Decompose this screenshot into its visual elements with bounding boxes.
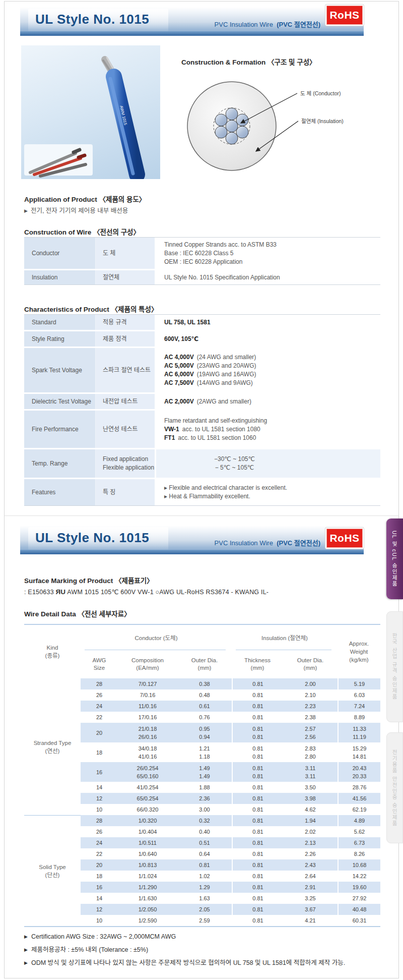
insulation-group-header: Insulation (절연체) (232, 625, 338, 650)
value-regular: ▸ Heat & Flammability excellent. (164, 493, 250, 500)
page2-header: UL Style No. 1015 PVC Insulation Wire (P… (20, 526, 364, 554)
row-value-line: 600V, 105℃ (164, 335, 380, 343)
data-cell: 1/0.320 (118, 815, 177, 826)
value-regular: UL Style No. 1015 Specification Applicat… (164, 274, 280, 281)
row-label-kr-line: 도 체 (103, 249, 155, 258)
footer-note-text: ODM 방식 및 상기표에 나타나 있지 않는 사항은 주문제작 방식으로 협의… (31, 958, 345, 968)
data-value: 2.00 (305, 680, 315, 688)
row-value-line: AC 2,000V(2AWG and smaller) (164, 397, 380, 406)
data-cell: 3.00 (177, 804, 232, 815)
data-cell: 8.89 (338, 712, 380, 723)
data-value: 3.00 (199, 805, 210, 814)
kind-name-en: Solid Type (39, 863, 66, 871)
data-cell: 0.40 (177, 826, 232, 837)
awg-value: 14 (96, 783, 102, 791)
data-value: 41/0.16 (139, 753, 157, 761)
awg-cell: 28 (81, 815, 118, 826)
data-cell: 41/0.254 (118, 782, 177, 793)
data-value: 0.81 (199, 861, 210, 869)
data-value: 2.57 (305, 725, 315, 733)
data-cell: 3.50 (283, 782, 338, 793)
kind-name-en: Stranded Type (34, 739, 72, 747)
data-value: 7/0.16 (140, 691, 156, 699)
data-cell: 41.56 (338, 793, 380, 804)
footer-note-text: Certification AWG Size : 32AWG ~ 2,000MC… (31, 932, 176, 942)
data-value: 21/0.18 (139, 725, 157, 733)
data-value: 19.60 (353, 883, 367, 891)
wire-table-header: Kind(종류)Conductor (도체)Insulation (절연체)Ap… (24, 624, 380, 678)
data-cell: 62.19 (338, 804, 380, 815)
data-value: 1.94 (305, 817, 315, 825)
data-value: 0.81 (252, 839, 263, 847)
data-value: 1/0.320 (139, 817, 157, 825)
table-row: Insulation절연체UL Style No. 1015 Specifica… (24, 270, 380, 285)
data-cell: 11/0.16 (118, 701, 177, 712)
data-cell: 0.81 (232, 893, 283, 904)
awg-cell: 24 (81, 701, 118, 712)
data-cell: 0.81 (232, 701, 283, 712)
data-value: 0.81 (252, 883, 263, 891)
data-cell: 15.2914.81 (338, 742, 380, 762)
data-value: 62.19 (353, 805, 367, 814)
data-cell: 0.810.81 (232, 742, 283, 762)
data-value: 26/0.16 (139, 733, 157, 741)
data-value: 2.05 (199, 905, 210, 913)
side-tab-inactive[interactable]: 한국 산업 규격 승인제품 (386, 611, 403, 722)
rohs-logo: RoHS (325, 528, 364, 549)
data-cell: 2.832.80 (283, 742, 338, 762)
data-value: 1/1.630 (139, 894, 157, 902)
sub-header-line: (mm) (251, 664, 264, 672)
data-value: 0.81 (252, 702, 263, 710)
data-cell: 0.81 (232, 837, 283, 848)
data-cell: 1/0.511 (118, 837, 177, 848)
marking-prefix: : E150633 (24, 589, 55, 596)
awg-value: 28 (96, 817, 102, 825)
awg-cell: 22 (81, 712, 118, 723)
value-bold: AC 6,000V (164, 371, 194, 378)
data-cell: 0.81 (232, 678, 283, 689)
table-row: 281/0.3200.320.811.944.89 (81, 815, 380, 826)
weight-column-header: Approx.Weight(kg/km) (338, 625, 380, 678)
data-cell: 1/2.590 (118, 915, 177, 926)
data-value: 0.81 (252, 733, 263, 741)
data-value: 3.98 (305, 794, 315, 802)
row-value-line: FT1acc. to UL 1581 section 1060 (164, 434, 380, 442)
data-cell: 27.92 (338, 893, 380, 904)
kind-cell: Solid Type(단선) (24, 815, 81, 926)
data-value: 6.73 (354, 839, 365, 847)
data-cell: 0.81 (232, 859, 283, 871)
sub-header-line: Outer Dia. (191, 657, 218, 664)
row-value-line: ▸ Flexible and electrical character is e… (164, 484, 380, 492)
row-value: ▸ Flexible and electrical character is e… (156, 479, 380, 505)
ul-recognized-mark: ЯU (55, 588, 65, 596)
data-value: 0.81 (252, 905, 263, 913)
conductor-group-label: Conductor (도체) (135, 633, 177, 642)
data-value: 1/0.404 (139, 828, 157, 836)
data-value: 2.56 (305, 733, 315, 741)
table-row: 1265/0.2542.360.813.9841.56 (81, 793, 380, 804)
awg-cell: 28 (81, 678, 118, 689)
wire-detail-heading: Wire Detail Data 〈전선 세부자료〉 (24, 608, 131, 618)
data-cell: 0.76 (177, 712, 232, 723)
insulation-label: 절연체 (Insulation) (301, 118, 344, 124)
table-row: Temp. RangeFixed applicationFlexible app… (24, 449, 380, 478)
data-value: 2.83 (305, 744, 315, 753)
row-value-line: AC 7,500V(14AWG and 9AWG) (164, 379, 380, 387)
sub-column-header: Outer Dia.(mm) (283, 650, 338, 678)
data-cell: 0.51 (177, 837, 232, 848)
sub-header-line: AWG (92, 657, 106, 664)
awg-cell: 12 (81, 904, 118, 915)
kind-name-kr: (연선) (45, 747, 60, 755)
wire-table-section: Solid Type(단선)281/0.3200.320.811.944.892… (24, 815, 380, 926)
row-value: AC 2,000V(2AWG and smaller) (156, 394, 380, 409)
data-value: 0.81 (252, 725, 263, 733)
row-value-line: ▸ Heat & Flammability excellent. (164, 492, 380, 501)
value-bold: 600V, 105℃ (164, 335, 198, 342)
data-value: 0.81 (252, 805, 263, 814)
value-regular: Tinned Copper Strands acc. to ASTM B33 (164, 241, 277, 248)
data-value: 1.88 (199, 783, 210, 791)
data-value: 26/0.254 (137, 764, 159, 772)
data-cell: 1/1.024 (118, 871, 177, 882)
side-tab-active[interactable]: UL 및 cUL 승인제품 (386, 518, 403, 599)
side-tab-inactive[interactable]: 전기용품 안전인증 승인제품 (386, 732, 403, 843)
